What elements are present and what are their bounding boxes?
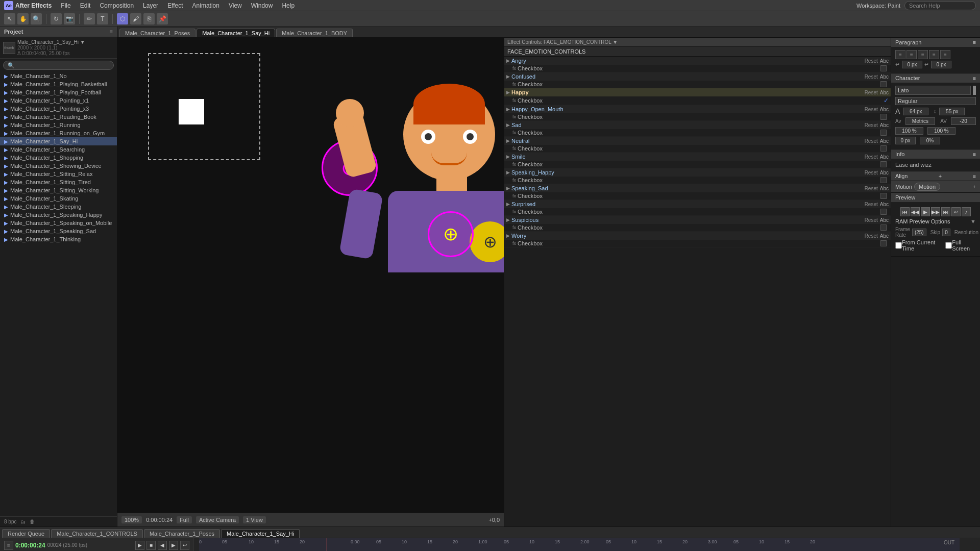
proj-item-reading[interactable]: ▶ Male_Character_1_Reading_Book xyxy=(0,113,117,121)
char-font-swatch[interactable] xyxy=(973,86,976,95)
proj-item-thinking[interactable]: ▶ Male_Character_1_Thinking xyxy=(0,235,117,243)
proj-item-skating[interactable]: ▶ Male_Character_1_Skating xyxy=(0,194,117,203)
skip-field[interactable]: 0 xyxy=(942,229,950,236)
fx-row-suspicious-checkbox[interactable]: fx Checkbox xyxy=(504,224,891,231)
tl-collapse-all[interactable]: ≡ xyxy=(4,541,13,550)
fx-row-smile-checkbox[interactable]: fx Checkbox xyxy=(504,161,891,168)
menu-file[interactable]: File xyxy=(57,1,75,10)
proj-item-speaking-happy[interactable]: ▶ Male_Character_1_Speaking_Happy xyxy=(0,211,117,219)
fx-group-angry-header[interactable]: ▶ Angry Reset Abc xyxy=(504,57,891,65)
align-add-icon[interactable]: + xyxy=(939,173,942,179)
fx-row-sad-checkbox[interactable]: fx Checkbox xyxy=(504,129,891,136)
menu-window[interactable]: Window xyxy=(247,1,277,10)
align-justify2[interactable]: ≡ xyxy=(940,50,950,59)
viewer-layout[interactable]: 1 View xyxy=(243,516,266,523)
tab-controls[interactable]: Male_Character_1_CONTROLS xyxy=(51,529,143,538)
proj-item-no[interactable]: ▶ Male_Character_1_No xyxy=(0,72,117,80)
fx-row-speaking-happy-checkbox[interactable]: fx Checkbox xyxy=(504,177,891,184)
fx-group-sad-header[interactable]: ▶ Sad Reset Abc xyxy=(504,121,891,129)
fx-group-smile-header[interactable]: ▶ Smile Reset Abc xyxy=(504,153,891,161)
proj-item-speaking-sad[interactable]: ▶ Male_Character_1_Speaking_Sad xyxy=(0,227,117,235)
tool-rotate[interactable]: ↻ xyxy=(51,13,62,24)
proj-item-pointing1[interactable]: ▶ Male_Character_1_Pointing_x1 xyxy=(0,96,117,105)
fx-row-angry-checkbox[interactable]: fx Checkbox xyxy=(504,65,891,72)
fx-reset-smile[interactable]: Reset xyxy=(865,154,878,160)
char-kern-field[interactable]: Metrics xyxy=(905,117,936,125)
char-track-field[interactable]: -20 xyxy=(951,117,976,125)
fx-row-neutral-checkbox[interactable]: fx Checkbox xyxy=(504,145,891,152)
proj-item-say-hi[interactable]: ▶ Male_Character_1_Say_Hi xyxy=(0,137,117,145)
fx-group-speaking-sad-header[interactable]: ▶ Speaking_Sad Reset Abc xyxy=(504,184,891,192)
info-header[interactable]: Info ≡ xyxy=(891,149,980,159)
fx-group-confused-header[interactable]: ▶ Confused Reset Abc xyxy=(504,72,891,81)
align-center[interactable]: ≡ xyxy=(906,50,917,59)
tool-camera[interactable]: 📷 xyxy=(64,13,75,24)
menu-edit[interactable]: Edit xyxy=(76,1,95,10)
fx-group-happy-header[interactable]: ▶ Happy Reset Abc xyxy=(504,88,891,96)
preview-next-frame[interactable]: ▶▶ xyxy=(931,207,940,216)
tl-loop[interactable]: ↩ xyxy=(180,541,189,550)
fx-check-happy-open[interactable] xyxy=(880,114,887,120)
fx-group-worry-header[interactable]: ▶ Worry Reset Abc xyxy=(504,232,891,240)
proj-item-running-gym[interactable]: ▶ Male_Character_1_Running_on_Gym xyxy=(0,129,117,137)
viewer-camera[interactable]: Active Camera xyxy=(196,516,239,523)
fx-reset-happy[interactable]: Reset xyxy=(865,90,878,95)
fx-reset-surprised[interactable]: Reset xyxy=(865,202,878,207)
align-right[interactable]: ≡ xyxy=(918,50,928,59)
proj-item-pointing3[interactable]: ▶ Male_Character_1_Pointing_x3 xyxy=(0,105,117,113)
proj-item-shopping[interactable]: ▶ Male_Character_1_Shopping xyxy=(0,154,117,162)
proj-item-sitting-relax[interactable]: ▶ Male_Character_1_Sitting_Relax xyxy=(0,170,117,178)
proj-item-sitting-working[interactable]: ▶ Male_Character_1_Sitting_Working xyxy=(0,186,117,194)
motion-add-icon[interactable]: + xyxy=(973,184,976,190)
character-options-icon[interactable]: ≡ xyxy=(973,75,976,81)
char-style-input[interactable] xyxy=(895,97,976,105)
motion-tag[interactable]: Motion xyxy=(914,183,940,191)
tl-stop-btn[interactable]: ■ xyxy=(146,541,156,550)
preview-loop[interactable]: ↩ xyxy=(951,207,961,216)
fx-reset-confused[interactable]: Reset xyxy=(865,74,878,80)
tool-pen[interactable]: ✏ xyxy=(84,13,95,24)
fps-field[interactable]: (25) xyxy=(912,229,926,236)
comp-tab-body[interactable]: Male_Character_1_BODY xyxy=(276,29,353,37)
project-search-input[interactable] xyxy=(3,61,114,70)
magenta-circle-2[interactable]: ⊕ xyxy=(428,211,474,257)
fx-reset-worry[interactable]: Reset xyxy=(865,233,878,239)
comp-tab-poses[interactable]: Male_Character_1_Poses xyxy=(119,29,195,37)
tl-ruler[interactable]: 0 05 10 15 20 0:00 05 10 15 20 1:00 05 1… xyxy=(194,538,980,551)
ram-preview-dropdown-icon[interactable]: ▼ xyxy=(970,218,976,224)
menu-view[interactable]: View xyxy=(225,1,246,10)
fx-reset-sad[interactable]: Reset xyxy=(865,122,878,128)
fx-group-speaking-happy-header[interactable]: ▶ Speaking_Happy Reset Abc xyxy=(504,168,891,177)
align-options-icon[interactable]: ≡ xyxy=(973,173,976,179)
fx-row-happy-checkbox[interactable]: fx Checkbox ✓ xyxy=(504,96,891,105)
proj-item-sleeping[interactable]: ▶ Male_Character_1_Sleeping xyxy=(0,203,117,211)
info-options-icon[interactable]: ≡ xyxy=(973,151,976,157)
character-header[interactable]: Character ≡ xyxy=(891,73,980,83)
tool-text[interactable]: T xyxy=(97,13,108,24)
project-header-options[interactable]: ≡ xyxy=(110,29,113,35)
fx-check-worry[interactable] xyxy=(880,240,887,246)
fx-reset-neutral[interactable]: Reset xyxy=(865,138,878,144)
preview-prev-frame[interactable]: ◀◀ xyxy=(911,207,920,216)
preview-play[interactable]: ▶ xyxy=(921,207,930,216)
align-left[interactable]: ≡ xyxy=(895,50,905,59)
char-font-input[interactable] xyxy=(895,86,971,95)
fx-row-worry-checkbox[interactable]: fx Checkbox xyxy=(504,240,891,247)
menu-help[interactable]: Help xyxy=(278,1,299,10)
fx-row-speaking-sad-checkbox[interactable]: fx Checkbox xyxy=(504,192,891,199)
playhead[interactable] xyxy=(327,538,327,551)
proj-item-searching[interactable]: ▶ Male_Character_1_Searching xyxy=(0,145,117,154)
project-footer-btn-delete[interactable]: 🗑 xyxy=(30,519,35,524)
tool-select[interactable]: ↖ xyxy=(4,13,15,24)
fx-check-surprised[interactable] xyxy=(880,209,887,215)
tab-say-hi[interactable]: Male_Character_1_Say_Hi xyxy=(221,529,300,538)
char-scale-h[interactable]: 100 % xyxy=(895,127,923,135)
proj-item-basketball[interactable]: ▶ Male_Character_1_Playing_Basketball xyxy=(0,80,117,88)
align-justify[interactable]: ≡ xyxy=(929,50,939,59)
menu-layer[interactable]: Layer xyxy=(139,1,162,10)
tool-shape[interactable]: ⬡ xyxy=(117,13,128,24)
paragraph-options-icon[interactable]: ≡ xyxy=(973,39,976,45)
fx-check-angry[interactable] xyxy=(880,65,887,71)
menu-composition[interactable]: Composition xyxy=(95,1,138,10)
preview-audio[interactable]: ♪ xyxy=(962,207,971,216)
